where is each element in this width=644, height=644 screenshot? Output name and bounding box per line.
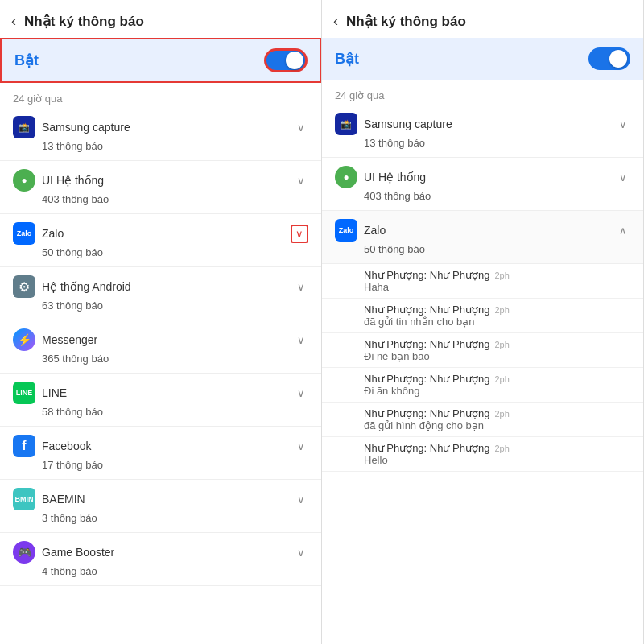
list-item[interactable]: 📸 Samsung capture ∨ 13 thông báo: [0, 108, 321, 161]
notif-message: Đi nè bạn bao: [364, 350, 630, 362]
chevron-icon[interactable]: ∨: [294, 332, 308, 348]
notif-time: 2ph: [494, 270, 509, 280]
left-header: ‹ Nhật ký thông báo: [0, 0, 321, 38]
left-section-label: 24 giờ qua: [0, 86, 321, 108]
app-name: UI Hệ thống: [364, 171, 426, 184]
app-count: 403 thông báo: [335, 190, 630, 202]
right-back-button[interactable]: ‹: [333, 13, 338, 30]
app-count: 50 thông báo: [335, 243, 630, 255]
right-header: ‹ Nhật ký thông báo: [322, 0, 643, 38]
app-name: Messenger: [42, 333, 97, 346]
app-name: Samsung capture: [364, 118, 452, 130]
zalo-icon-r: Zalo: [335, 219, 357, 242]
notif-message: Hello: [364, 454, 630, 466]
list-item[interactable]: BMIN BAEMIN ∨ 3 thông báo: [0, 480, 321, 533]
notif-message: đã gửi hình động cho bạn: [364, 419, 630, 431]
right-app-list: 📸 Samsung capture ∨ 13 thông báo ● UI Hệ…: [322, 105, 643, 644]
zalo-icon: Zalo: [13, 222, 35, 245]
notif-sender: Như Phượng: Như Phượng: [364, 373, 489, 385]
facebook-icon: f: [13, 435, 35, 457]
chevron-icon[interactable]: ∨: [294, 492, 308, 507]
chevron-icon[interactable]: ∨: [294, 173, 308, 188]
notification-item: Như Phượng: Như Phượng 2ph Đi ăn không: [322, 368, 643, 402]
left-bat-label: Bật: [14, 52, 39, 69]
chevron-icon[interactable]: ∨: [294, 386, 308, 401]
messenger-icon: ⚡: [13, 328, 35, 351]
list-item[interactable]: LINE LINE ∨ 58 thông báo: [0, 374, 321, 427]
chevron-icon[interactable]: ∨: [291, 225, 308, 243]
left-title: Nhật ký thông báo: [24, 13, 144, 30]
notification-item: Như Phượng: Như Phượng 2ph đã gửi hình đ…: [322, 402, 643, 437]
notif-time: 2ph: [494, 374, 509, 384]
right-section-label: 24 giờ qua: [322, 83, 643, 105]
app-name: Zalo: [42, 227, 64, 240]
ui-icon-r: ●: [335, 166, 357, 188]
app-name: LINE: [42, 386, 67, 399]
app-count: 4 thông báo: [13, 565, 308, 577]
notif-time: 2ph: [494, 444, 509, 453]
ui-icon: ●: [13, 169, 35, 192]
list-item[interactable]: 📸 Samsung capture ∨ 13 thông báo: [322, 105, 643, 158]
list-item[interactable]: Zalo Zalo ∧ 50 thông báo: [322, 211, 643, 264]
app-count: 63 thông báo: [13, 299, 308, 312]
app-count: 13 thông báo: [335, 137, 630, 149]
notif-time: 2ph: [494, 409, 509, 419]
notif-message: Haha: [364, 281, 630, 293]
android-icon: ⚙: [13, 275, 35, 298]
chevron-icon[interactable]: ∨: [294, 439, 308, 454]
samsung-capture-icon: 📸: [13, 116, 35, 138]
left-bat-row: Bật: [0, 38, 321, 83]
app-count: 3 thông báo: [13, 512, 308, 524]
chevron-icon[interactable]: ∨: [294, 279, 308, 295]
chevron-icon[interactable]: ∨: [294, 120, 308, 135]
gamebooster-icon: 🎮: [13, 541, 35, 564]
notif-time: 2ph: [494, 340, 509, 349]
notification-item: Như Phượng: Như Phượng 2ph đã gửi tin nh…: [322, 299, 643, 333]
samsung-capture-icon-r: 📸: [335, 113, 357, 135]
notif-sender: Như Phượng: Như Phượng: [364, 269, 489, 281]
app-name: Game Booster: [42, 546, 114, 559]
list-item[interactable]: ⚙ Hệ thống Android ∨ 63 thông báo: [0, 267, 321, 320]
baemin-icon: BMIN: [13, 488, 35, 510]
notif-sender: Như Phượng: Như Phượng: [364, 442, 489, 454]
right-panel: ‹ Nhật ký thông báo Bật 24 giờ qua 📸 Sam…: [322, 0, 644, 644]
app-count: 50 thông báo: [13, 246, 308, 258]
list-item[interactable]: Zalo Zalo ∨ 50 thông báo: [0, 214, 321, 267]
chevron-icon[interactable]: ∨: [294, 545, 308, 560]
left-back-button[interactable]: ‹: [11, 13, 16, 30]
chevron-up-icon[interactable]: ∧: [616, 223, 630, 238]
list-item[interactable]: ● UI Hệ thống ∨ 403 thông báo: [322, 158, 643, 211]
app-name: Zalo: [364, 224, 386, 237]
right-toggle[interactable]: [588, 47, 630, 70]
app-count: 365 thông báo: [13, 353, 308, 365]
left-toggle[interactable]: [265, 49, 307, 72]
app-count: 17 thông báo: [13, 459, 308, 471]
left-panel: ‹ Nhật ký thông báo Bật 24 giờ qua 📸 Sam…: [0, 0, 322, 644]
app-name: Samsung capture: [42, 121, 130, 134]
notif-message: đã gửi tin nhắn cho bạn: [364, 316, 630, 328]
app-count: 13 thông báo: [13, 140, 308, 152]
notification-item: Như Phượng: Như Phượng 2ph Hello: [322, 437, 643, 472]
notif-sender: Như Phượng: Như Phượng: [364, 303, 489, 316]
left-toggle-thumb: [286, 52, 303, 69]
chevron-icon[interactable]: ∨: [616, 117, 630, 132]
list-item[interactable]: ● UI Hệ thống ∨ 403 thông báo: [0, 161, 321, 214]
notification-item: Như Phượng: Như Phượng 2ph Đi nè bạn bao: [322, 333, 643, 368]
list-item[interactable]: ⚡ Messenger ∨ 365 thông báo: [0, 320, 321, 374]
notif-sender: Như Phượng: Như Phượng: [364, 407, 489, 419]
notif-time: 2ph: [494, 305, 509, 315]
chevron-icon[interactable]: ∨: [616, 170, 630, 185]
line-icon: LINE: [13, 382, 35, 404]
app-name: Facebook: [42, 440, 91, 452]
notif-message: Đi ăn không: [364, 385, 630, 397]
app-count: 58 thông báo: [13, 406, 308, 418]
right-toggle-thumb: [609, 50, 627, 68]
list-item[interactable]: 🎮 Game Booster ∨ 4 thông báo: [0, 533, 321, 586]
left-app-list: 📸 Samsung capture ∨ 13 thông báo ● UI Hệ…: [0, 108, 321, 644]
right-bat-row: Bật: [322, 38, 643, 80]
app-count: 403 thông báo: [13, 193, 308, 205]
right-title: Nhật ký thông báo: [346, 13, 466, 30]
notification-item: Như Phượng: Như Phượng 2ph Haha: [322, 264, 643, 299]
notif-sender: Như Phượng: Như Phượng: [364, 338, 489, 350]
list-item[interactable]: f Facebook ∨ 17 thông báo: [0, 427, 321, 480]
